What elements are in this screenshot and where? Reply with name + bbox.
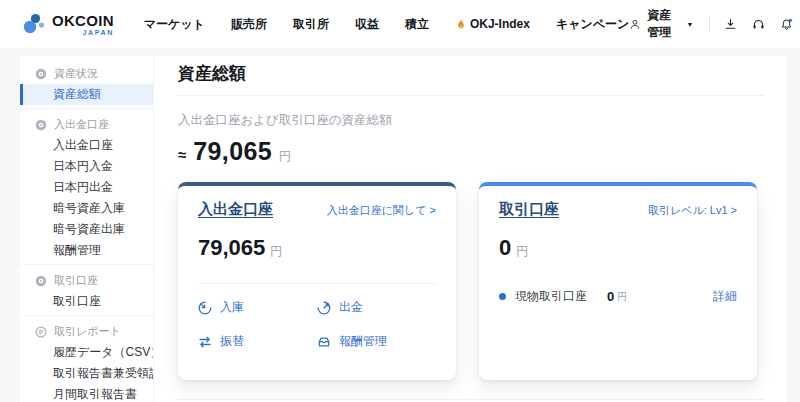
funding-account-card-title[interactable]: 入出金口座 — [198, 200, 273, 219]
card-divider — [198, 283, 436, 284]
bullet-dot-icon — [499, 293, 506, 300]
transfer-action[interactable]: 振替 — [198, 333, 317, 350]
trading-level-link[interactable]: 取引レベル: Lv1 > — [648, 203, 737, 218]
account-cards: 入出金口座 入出金口座に関して > 79,065 円 入庫 — [178, 182, 764, 380]
sidebar-item-monthly-report[interactable]: 月間取引報告書 — [20, 384, 153, 402]
sidebar-section-title: 取引レポート — [54, 325, 121, 338]
user-icon — [629, 16, 641, 33]
okcoin-logo-icon — [22, 12, 46, 36]
nav-right-controls: 資産管理 ▼ — [629, 7, 800, 41]
funding-actions: 入庫 出金 振替 — [198, 299, 436, 350]
withdraw-icon — [317, 301, 331, 315]
total-assets-subtitle: 入出金口座および取引口座の資産総額 — [178, 112, 764, 129]
funding-account-info-link[interactable]: 入出金口座に関して > — [327, 203, 436, 218]
caret-down-icon: ▼ — [687, 21, 694, 28]
main-content: 資産総額 入出金口座および取引口座の資産総額 ≈ 79,065 円 入出金口座 … — [154, 56, 786, 402]
page-title: 資産総額 — [178, 60, 764, 96]
report-icon — [35, 326, 47, 338]
headset-icon[interactable] — [752, 16, 765, 33]
bell-icon[interactable] — [780, 16, 793, 33]
logo-title: OKCOIN — [52, 13, 114, 28]
notification-dot — [789, 18, 792, 21]
total-assets-value: ≈ 79,065 円 — [178, 137, 764, 166]
sidebar-section-funding-account: 入出金口座 入出金口座 日本円入金 日本円出金 暗号資産入庫 暗号資産出庫 報酬… — [20, 108, 153, 264]
deposit-icon — [198, 301, 212, 315]
spot-account-row: 現物取引口座 0 円 詳細 — [499, 288, 737, 305]
nav-item-exchange[interactable]: 取引所 — [293, 16, 329, 33]
sidebar: 資産状況 資産総額 入出金口座 入出金口座 日本円入金 日本円出金 暗号資産入庫… — [20, 56, 154, 402]
sidebar-item-trade-report-receipt[interactable]: 取引報告書兼受領証書 — [20, 363, 153, 384]
account-label: 資産管理 — [647, 7, 680, 41]
spot-account-label: 現物取引口座 — [515, 288, 587, 305]
nav-menu: マーケット 販売所 取引所 収益 積立 OKJ-Index キャンペーン — [144, 16, 630, 33]
sidebar-section-title: 取引口座 — [54, 274, 98, 287]
sidebar-item-total-assets[interactable]: 資産総額 — [20, 84, 153, 105]
asset-status-icon — [35, 68, 47, 80]
nav-item-recurring[interactable]: 積立 — [405, 16, 429, 33]
nav-item-otc[interactable]: 販売所 — [231, 16, 267, 33]
deposit-action[interactable]: 入庫 — [198, 299, 317, 316]
section-divider — [178, 399, 764, 400]
sidebar-item-history-csv[interactable]: 履歴データ（CSV） — [20, 342, 153, 363]
sidebar-item-jpy-deposit[interactable]: 日本円入金 — [20, 156, 153, 177]
nav-divider — [709, 17, 710, 32]
trading-account-card: 取引口座 取引レベル: Lv1 > 0 円 現物取引口座 0 円 詳細 — [479, 182, 757, 380]
funding-account-icon — [35, 119, 47, 131]
account-menu[interactable]: 資産管理 ▼ — [629, 7, 693, 41]
total-amount: 79,065 — [193, 137, 272, 166]
currency-unit: 円 — [279, 148, 291, 165]
sidebar-item-crypto-withdrawal[interactable]: 暗号資産出庫 — [20, 219, 153, 240]
sidebar-section-title: 入出金口座 — [54, 118, 109, 131]
nav-item-earn[interactable]: 収益 — [355, 16, 379, 33]
sidebar-item-trading-account[interactable]: 取引口座 — [20, 291, 153, 312]
logo-subtitle: JAPAN — [52, 29, 114, 36]
content-shell: 資産状況 資産総額 入出金口座 入出金口座 日本円入金 日本円出金 暗号資産入庫… — [20, 56, 786, 402]
sidebar-item-crypto-deposit[interactable]: 暗号資産入庫 — [20, 198, 153, 219]
sidebar-item-rewards[interactable]: 報酬管理 — [20, 240, 153, 261]
trading-account-balance: 0 円 — [499, 235, 737, 261]
spot-account-detail-link[interactable]: 詳細 — [713, 288, 737, 305]
rewards-action[interactable]: 報酬管理 — [317, 333, 436, 350]
nav-item-campaign[interactable]: キャンペーン — [556, 16, 629, 33]
sidebar-section-trading-account: 取引口座 取引口座 — [20, 264, 153, 315]
transfer-icon — [198, 335, 212, 349]
rewards-icon — [317, 335, 331, 349]
sidebar-item-funding-account[interactable]: 入出金口座 — [20, 135, 153, 156]
spot-account-value: 0 — [607, 289, 614, 304]
sidebar-item-jpy-withdrawal[interactable]: 日本円出金 — [20, 177, 153, 198]
sidebar-section-trade-report: 取引レポート 履歴データ（CSV） 取引報告書兼受領証書 月間取引報告書 — [20, 315, 153, 402]
approx-sign: ≈ — [178, 146, 186, 163]
nav-item-market[interactable]: マーケット — [144, 16, 205, 33]
okcoin-logo[interactable]: OKCOIN JAPAN — [22, 12, 114, 36]
funding-account-card: 入出金口座 入出金口座に関して > 79,065 円 入庫 — [178, 182, 456, 380]
sidebar-section-asset-status: 資産状況 資産総額 — [20, 58, 153, 108]
flame-icon — [455, 18, 467, 30]
download-icon[interactable] — [724, 16, 737, 33]
funding-account-balance: 79,065 円 — [198, 235, 436, 261]
sidebar-section-title: 資産状況 — [54, 67, 98, 80]
nav-item-okj-index[interactable]: OKJ-Index — [455, 17, 530, 31]
withdraw-action[interactable]: 出金 — [317, 299, 436, 316]
trading-account-icon — [35, 275, 47, 287]
trading-account-card-title[interactable]: 取引口座 — [499, 200, 559, 219]
top-navbar: OKCOIN JAPAN マーケット 販売所 取引所 収益 積立 OKJ-Ind… — [0, 0, 800, 48]
